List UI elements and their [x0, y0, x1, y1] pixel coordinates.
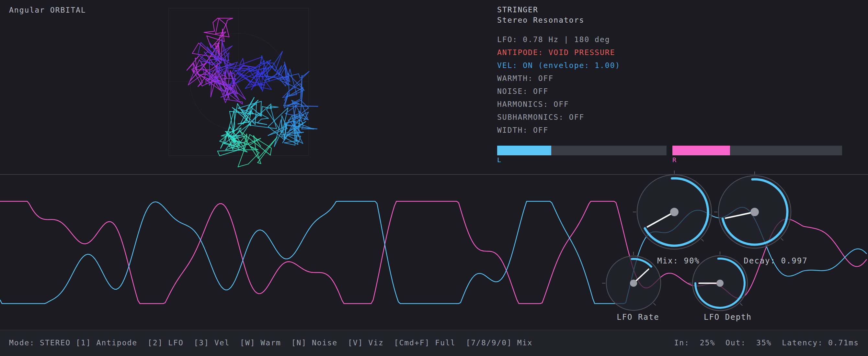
mix-knob[interactable]: [631, 169, 717, 255]
right-level-meter-fill: [672, 145, 730, 155]
app-title: Angular ORBITAL: [9, 6, 86, 14]
left-level-meter: [497, 145, 666, 155]
warmth-status-line: WARMTH: OFF: [497, 74, 554, 83]
plugin-window: Angular ORBITAL STRINGER Stereo Resonato…: [0, 0, 868, 356]
mix-knob-label: Mix: 90%: [627, 256, 730, 265]
harmonics-status-line: HARMONICS: OFF: [497, 100, 569, 108]
panel-title: STRINGER: [497, 5, 538, 14]
right-meter-label: R: [672, 156, 677, 164]
antipode-status-line: ANTIPODE: VOID PRESSURE: [497, 48, 615, 57]
statusbar-io-stats: In: 25% Out: 35% Latency: 0.71ms: [674, 338, 859, 347]
noise-status-line: NOISE: OFF: [497, 87, 548, 95]
lfo-depth-knob-label: LFO Depth: [676, 313, 780, 322]
decay-knob[interactable]: [713, 170, 797, 254]
vel-status-line: VEL: ON (envelope: 1.00): [497, 61, 620, 70]
statusbar-shortcuts: Mode: STEREO [1] Antipode [2] LFO [3] Ve…: [9, 338, 532, 347]
right-level-meter: [672, 145, 842, 155]
left-level-meter-fill: [497, 145, 551, 155]
subharmonics-status-line: SUBHARMONICS: OFF: [497, 113, 584, 121]
orbital-visualization: [143, 0, 337, 175]
left-meter-label: L: [497, 156, 502, 164]
decay-knob-label: Decay: 0.997: [724, 256, 828, 265]
width-status-line: WIDTH: OFF: [497, 126, 548, 134]
statusbar: Mode: STEREO [1] Antipode [2] LFO [3] Ve…: [0, 330, 868, 356]
lfo-rate-knob-label: LFO Rate: [586, 313, 690, 322]
lfo-status-line: LFO: 0.78 Hz | 180 deg: [497, 35, 610, 44]
panel-subtitle: Stereo Resonators: [497, 16, 584, 24]
